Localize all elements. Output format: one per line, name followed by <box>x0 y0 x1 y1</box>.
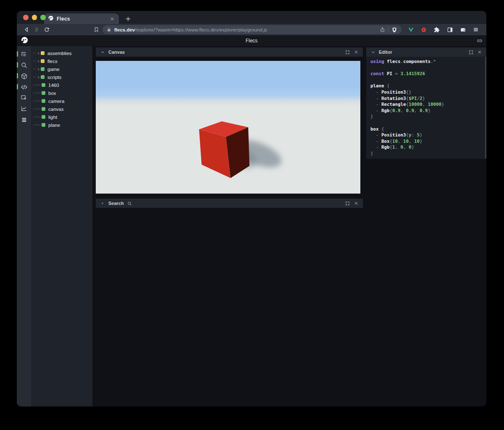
tree-connector <box>33 117 41 117</box>
tree-item-label: game <box>47 67 60 72</box>
canvas-panel-header: Canvas <box>96 47 363 57</box>
entity-color-dot <box>41 59 45 63</box>
rail-item-search[interactable] <box>17 60 31 71</box>
entity-color-dot <box>42 83 45 87</box>
share-link-icon[interactable] <box>477 38 483 45</box>
wallet-icon[interactable] <box>459 26 467 34</box>
tree-item-canvas[interactable]: canvas <box>31 105 92 113</box>
tree-connector <box>33 125 41 125</box>
code-line <box>370 120 486 126</box>
chevron-right-icon[interactable] <box>36 60 41 63</box>
browser-extensions <box>405 26 482 34</box>
tree-item-1460[interactable]: 1460 <box>31 81 92 89</box>
search-fullscreen-button[interactable] <box>344 200 350 206</box>
tree-item-flecs[interactable]: flecs <box>31 57 92 65</box>
rail-item-stats[interactable] <box>17 103 31 114</box>
canvas-panel-title: Canvas <box>108 50 125 55</box>
tree-item-scripts[interactable]: scripts <box>31 73 92 81</box>
code-line <box>370 77 486 84</box>
window-controls <box>23 15 46 20</box>
editor-close-button[interactable] <box>477 49 483 55</box>
tree-item-light[interactable]: light <box>31 113 92 121</box>
minimize-window-button[interactable] <box>32 15 37 20</box>
tree-item-label: camera <box>48 99 64 104</box>
tree-connector <box>33 69 36 69</box>
address-bar[interactable]: flecs.dev/explorer/?wasm=https://www.fle… <box>102 25 402 34</box>
search-collapse-toggle[interactable] <box>100 200 105 206</box>
code-line: plane { <box>370 83 486 89</box>
tree-item-label: canvas <box>48 107 63 112</box>
bookmark-icon[interactable] <box>94 27 99 32</box>
extensions-icon[interactable] <box>433 26 441 34</box>
code-line: } <box>370 151 486 157</box>
canvas-fullscreen-button[interactable] <box>344 49 350 55</box>
entity-color-dot <box>42 115 45 119</box>
app-header: Flecs <box>17 35 486 46</box>
tree-item-label: box <box>48 91 56 96</box>
adblock-icon[interactable] <box>420 26 428 34</box>
browser-window: Flecs flecs.dev/explorer/?wasm=https://w… <box>17 11 486 406</box>
new-tab-button[interactable] <box>125 16 131 22</box>
rail-item-inspect[interactable] <box>17 92 31 103</box>
editor-collapse-toggle[interactable] <box>370 49 376 55</box>
tree-item-camera[interactable]: camera <box>31 97 92 105</box>
tree-item-label: scripts <box>47 75 61 80</box>
rail-item-code[interactable] <box>17 81 31 92</box>
search-close-button[interactable] <box>353 200 359 206</box>
maximize-window-button[interactable] <box>40 15 46 20</box>
entity-color-dot <box>42 107 45 111</box>
entity-color-dot <box>41 51 45 55</box>
tree-item-assemblies[interactable]: assemblies <box>31 49 92 57</box>
chevron-right-icon[interactable] <box>36 76 41 79</box>
entity-color-dot <box>41 67 45 71</box>
code-line: const PI = 3.1415926 <box>370 71 486 77</box>
tree-item-label: flecs <box>47 59 58 64</box>
entity-color-dot <box>41 75 45 79</box>
share-button[interactable] <box>379 27 385 33</box>
reload-button[interactable] <box>42 25 52 35</box>
entity-tree: assembliesflecsgamescripts1460boxcamerac… <box>31 46 92 406</box>
entity-color-dot <box>42 123 45 127</box>
app-content: assembliesflecsgamescripts1460boxcamerac… <box>17 46 486 406</box>
active-indicator <box>17 62 18 68</box>
brave-shield-button[interactable] <box>391 27 397 33</box>
active-indicator <box>17 84 18 89</box>
search-icon <box>127 200 133 206</box>
tree-item-box[interactable]: box <box>31 89 92 97</box>
flecs-favicon <box>48 15 54 23</box>
forward-button[interactable] <box>32 25 42 35</box>
sidebar-panel-icon[interactable] <box>446 26 454 34</box>
tree-icon <box>21 51 27 58</box>
code-icon <box>21 84 28 91</box>
canvas-3d-scene[interactable] <box>96 61 360 194</box>
code-line: - Position3{y: 5} <box>370 132 486 139</box>
editor-code[interactable]: using flecs.components.* const PI = 3.14… <box>366 57 486 159</box>
close-window-button[interactable] <box>23 15 29 20</box>
tree-item-game[interactable]: game <box>31 65 92 73</box>
tab-close-button[interactable] <box>109 16 115 22</box>
editor-fullscreen-button[interactable] <box>468 49 474 55</box>
tree-connector <box>33 101 41 101</box>
vue-devtools-icon[interactable] <box>407 26 415 34</box>
editor-scrollbar[interactable] <box>485 57 486 159</box>
browser-tab-flecs[interactable]: Flecs <box>44 13 119 24</box>
chevron-right-icon[interactable] <box>36 52 41 55</box>
canvas-close-button[interactable] <box>353 49 359 55</box>
tree-item-plane[interactable]: plane <box>31 121 92 129</box>
canvas-collapse-toggle[interactable] <box>100 49 105 55</box>
active-indicator <box>17 73 18 79</box>
rail-item-rows[interactable] <box>17 114 31 125</box>
menu-icon[interactable] <box>472 26 480 34</box>
code-line: } <box>370 114 486 120</box>
rail-item-entities[interactable] <box>17 71 31 81</box>
tree-connector <box>33 85 41 85</box>
editor-panel-title: Editor <box>379 50 392 55</box>
entity-color-dot <box>42 91 45 95</box>
chevron-right-icon[interactable] <box>36 68 41 71</box>
tree-connector <box>33 109 41 109</box>
tree-connector <box>33 53 36 53</box>
browser-toolbar: flecs.dev/explorer/?wasm=https://www.fle… <box>17 24 486 35</box>
rail-item-tree[interactable] <box>17 49 31 60</box>
back-button[interactable] <box>21 25 32 35</box>
page-title: Flecs <box>17 38 486 44</box>
